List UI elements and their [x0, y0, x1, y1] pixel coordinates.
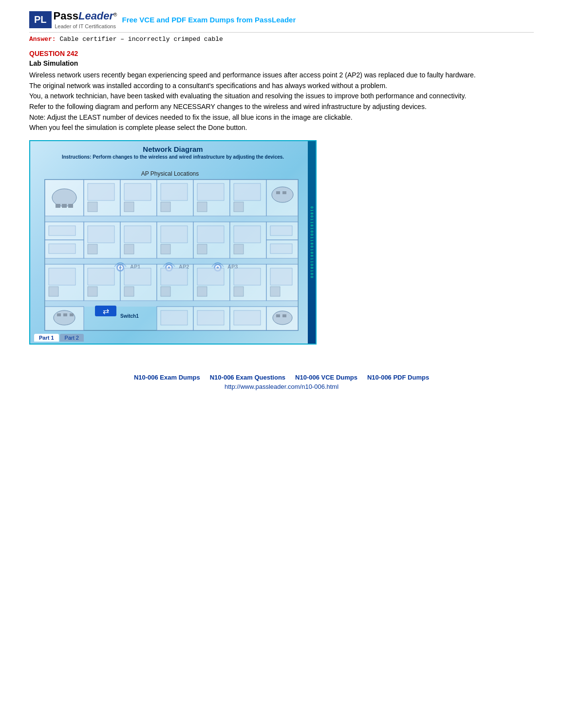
svg-rect-91: [161, 310, 188, 325]
logo-text: PassLeader® Leader of IT Certifications: [54, 10, 117, 29]
header-tagline: Free VCE and PDF Exam Dumps from PassLea…: [122, 16, 296, 24]
svg-rect-9: [88, 202, 97, 212]
svg-rect-77: [49, 268, 75, 285]
svg-rect-82: [45, 301, 298, 307]
svg-rect-86: [63, 313, 67, 316]
svg-point-84: [54, 310, 75, 325]
svg-rect-63: [88, 287, 97, 296]
svg-rect-60: [45, 258, 298, 264]
question-para-4: Refer to the following diagram and perfo…: [29, 102, 534, 112]
svg-point-23: [272, 187, 293, 202]
svg-rect-78: [49, 287, 58, 296]
svg-rect-18: [197, 202, 207, 212]
svg-rect-32: [124, 244, 134, 254]
svg-rect-14: [161, 183, 188, 200]
footer-link-exam-dumps[interactable]: N10-006 Exam Dumps: [134, 374, 200, 381]
question-type: Lab Simulation: [29, 59, 534, 67]
svg-rect-75: [234, 287, 244, 296]
svg-rect-26: [45, 216, 298, 222]
svg-rect-49: [270, 244, 292, 254]
svg-rect-74: [234, 268, 261, 285]
footer-link-pdf-dumps[interactable]: N10-006 PDF Dumps: [367, 374, 429, 381]
svg-rect-41: [234, 244, 244, 254]
svg-rect-5: [62, 204, 67, 208]
svg-rect-34: [161, 226, 188, 243]
svg-rect-87: [70, 313, 74, 316]
logo-subtitle: Leader of IT Certifications: [54, 23, 117, 29]
page-footer: N10-006 Exam Dumps N10-006 Exam Question…: [29, 374, 534, 390]
question-para-1: Wireless network users recently began ex…: [29, 70, 534, 81]
svg-rect-31: [124, 226, 151, 243]
question-para-2: The original network was installed accor…: [29, 81, 534, 91]
logo: PL PassLeader® Leader of IT Certificatio…: [29, 10, 117, 29]
svg-rect-72: [197, 287, 207, 296]
svg-rect-81: [270, 287, 280, 296]
answer-line: Answer: Cable certifier – incorrectly cr…: [29, 36, 534, 43]
floor-plan-svg: AP Physical Locations: [30, 168, 310, 343]
svg-text:AP Physical Locations: AP Physical Locations: [141, 170, 199, 177]
svg-rect-25: [282, 191, 286, 194]
svg-rect-15: [161, 202, 170, 212]
svg-rect-11: [124, 183, 151, 200]
svg-rect-6: [68, 204, 73, 208]
svg-text:⇄: ⇄: [103, 307, 109, 315]
svg-rect-95: [234, 310, 261, 325]
tab-part1[interactable]: Part 1: [34, 334, 59, 342]
svg-rect-21: [234, 202, 244, 212]
svg-point-97: [273, 311, 292, 325]
svg-rect-8: [88, 183, 114, 200]
svg-rect-80: [270, 268, 292, 285]
svg-rect-38: [197, 244, 207, 254]
svg-rect-93: [197, 310, 224, 325]
svg-rect-24: [276, 191, 280, 194]
svg-rect-4: [56, 204, 60, 208]
svg-rect-17: [197, 183, 224, 200]
header-divider: [29, 32, 534, 33]
page-header: PL PassLeader® Leader of IT Certificatio…: [29, 10, 534, 29]
logo-pl: PL: [29, 11, 52, 28]
question-para-6: When you feel the simulation is complete…: [29, 123, 534, 133]
svg-rect-99: [282, 314, 286, 317]
svg-rect-62: [88, 268, 114, 285]
question-number: QUESTION 242: [29, 50, 534, 57]
svg-rect-28: [88, 226, 114, 243]
question-para-5: Note: Adjust the LEAST number of devices…: [29, 112, 534, 123]
svg-rect-35: [161, 244, 170, 254]
svg-rect-66: [124, 287, 134, 296]
svg-rect-37: [197, 226, 224, 243]
question-body: Wireless network users recently began ex…: [29, 70, 534, 133]
tab-part2[interactable]: Part 2: [60, 334, 84, 342]
answer-text: Cable certifier – incorrectly crimped ca…: [56, 36, 223, 43]
svg-rect-29: [88, 244, 97, 254]
footer-link-vce-dumps[interactable]: N10-006 VCE Dumps: [295, 374, 357, 381]
footer-links[interactable]: N10-006 Exam Dumps N10-006 Exam Question…: [29, 374, 534, 381]
svg-rect-40: [234, 226, 261, 243]
svg-rect-45: [49, 244, 75, 254]
svg-rect-43: [49, 226, 75, 236]
logo-leader: Leader: [78, 10, 113, 22]
svg-rect-12: [124, 202, 134, 212]
footer-link-exam-questions[interactable]: N10-006 Exam Questions: [210, 374, 285, 381]
svg-rect-65: [124, 268, 151, 285]
question-para-3: You, a network technician, have been tas…: [29, 91, 534, 102]
svg-rect-20: [234, 183, 261, 200]
svg-point-3: [52, 189, 76, 206]
logo-registered: ®: [113, 12, 117, 18]
svg-rect-85: [57, 313, 61, 316]
diagram-instructions: Instructions: Perform changes to the wir…: [30, 154, 316, 160]
logo-pass: Pass: [54, 10, 78, 22]
footer-url[interactable]: http://www.passleader.com/n10-006.html: [29, 383, 534, 390]
svg-rect-47: [270, 226, 292, 236]
diagram-title: Network Diagram: [30, 141, 316, 154]
switch1-label: Switch1: [120, 313, 139, 319]
svg-rect-69: [161, 287, 170, 296]
svg-rect-68: [161, 268, 188, 285]
svg-rect-71: [197, 268, 224, 285]
network-diagram: 010011010011001001100100 Network Diagram…: [29, 140, 317, 345]
answer-label: Answer:: [29, 36, 56, 43]
svg-rect-98: [276, 314, 280, 317]
switch1-icon: ⇄: [95, 306, 116, 316]
diagram-tabs[interactable]: Part 1 Part 2: [30, 332, 88, 344]
